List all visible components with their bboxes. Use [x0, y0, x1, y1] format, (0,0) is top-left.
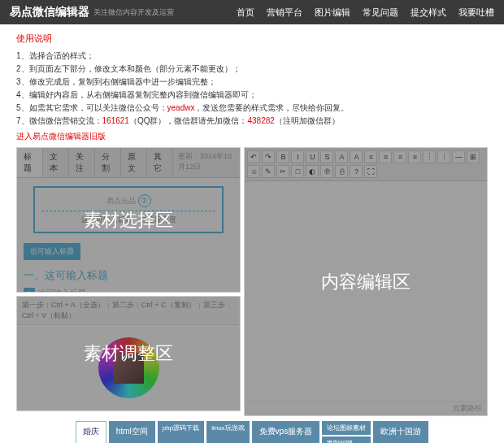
toolbar-button[interactable]: ?: [350, 165, 363, 178]
section-title: 使用说明: [16, 33, 488, 45]
blue-strip[interactable]: 也可输入标题: [24, 243, 80, 260]
content: 使用说明 1、选择合适的样式；2、到页面左下部分，修改文本和颜色（部分元素不能更…: [0, 24, 504, 443]
toolbar-button[interactable]: ≡: [379, 150, 392, 163]
sample-t1: 易点出品: [106, 197, 136, 205]
editor-footer: 元素路径: [245, 401, 487, 415]
editor-panel: ↶↷BIUSAA≡≡≡≡⋮⋮—⊞☺✎✂□◐℗⎙?⛶ 元素路径 内容编辑区: [244, 147, 488, 416]
toolbar-button[interactable]: ☺: [247, 165, 260, 178]
circle-icon: ①: [138, 194, 151, 207]
adjust-header: 第一步：Ctrl + A（全选）；第二步：Ctrl + C（复制）；第三步：Ct…: [17, 297, 240, 325]
nav-link[interactable]: 我要吐槽: [458, 7, 494, 19]
nav: 首页营销平台图片编辑常见问题提交样式我要吐槽: [237, 7, 494, 19]
header: 易点微信编辑器 关注微信内容开发及运营 首页营销平台图片编辑常见问题提交样式我要…: [0, 0, 504, 24]
tab[interactable]: 标题: [17, 148, 43, 177]
num-text: 这可输入标题: [37, 289, 86, 292]
toolbar-button[interactable]: S: [320, 150, 333, 163]
tab[interactable]: 文本: [43, 148, 69, 177]
ad-links: 婚庆html空间php源码下载linux玩游戏免费vps服务器论坛图标素材富阳招…: [16, 416, 488, 443]
toolbar-button[interactable]: ✎: [262, 165, 275, 178]
tab[interactable]: 分割: [95, 148, 121, 177]
blue-title[interactable]: 一、这可输入标题: [24, 268, 233, 283]
tab[interactable]: 关注: [69, 148, 95, 177]
num-icon: 1: [24, 288, 35, 292]
tab-info: 更新：2014年10月12日: [173, 148, 241, 177]
toolbar-button[interactable]: ✂: [276, 165, 289, 178]
sample-t2: 这里可输入标题，自适应宽度: [41, 211, 215, 225]
color-wheel-icon[interactable]: [98, 337, 159, 398]
tagline: 关注微信内容开发及运营: [93, 7, 174, 18]
numbered-title[interactable]: 1这可输入标题: [24, 288, 233, 292]
tabs: 标题文本关注分割原文其它更新：2014年10月12日: [17, 148, 240, 178]
toolbar-button[interactable]: B: [276, 150, 289, 163]
ad-link[interactable]: 论坛图标素材: [322, 421, 371, 435]
editor-body[interactable]: [245, 181, 487, 401]
logo: 易点微信编辑器: [10, 5, 89, 20]
toolbar-button[interactable]: I: [291, 150, 304, 163]
instructions: 1、选择合适的样式；2、到页面左下部分，修改文本和颜色（部分元素不能更改）；3、…: [16, 50, 488, 128]
toolbar: ↶↷BIUSAA≡≡≡≡⋮⋮—⊞☺✎✂□◐℗⎙?⛶: [245, 148, 487, 181]
sample-box[interactable]: 易点出品 ① 这里可输入标题，自适应宽度: [33, 186, 224, 233]
adjust-panel: 第一步：Ctrl + A（全选）；第二步：Ctrl + C（复制）；第三步：Ct…: [16, 296, 241, 411]
toolbar-button[interactable]: ⛶: [364, 165, 377, 178]
adjust-body[interactable]: [17, 325, 240, 410]
ad-link[interactable]: 欧洲十国游: [373, 421, 428, 443]
toolbar-button[interactable]: □: [291, 165, 304, 178]
nav-link[interactable]: 营销平台: [267, 7, 302, 19]
ad-link[interactable]: 富阳招聘: [322, 436, 371, 443]
nav-link[interactable]: 图片编辑: [315, 7, 350, 19]
instruction-item: 5、如需其它需求，可以关注微信公众号：yeadwx，发送您需要的样式需求，尽快给…: [16, 102, 488, 115]
toolbar-button[interactable]: ≡: [364, 150, 377, 163]
color-square[interactable]: [113, 353, 144, 384]
tab[interactable]: 原文: [121, 148, 147, 177]
red-note-link[interactable]: 进入易点微信编辑器旧版: [16, 131, 488, 142]
material-panel: 标题文本关注分割原文其它更新：2014年10月12日 易点出品 ① 这里可输入标…: [16, 147, 241, 293]
toolbar-button[interactable]: U: [306, 150, 319, 163]
toolbar-button[interactable]: ℗: [320, 165, 333, 178]
instruction-item: 4、编辑好内容后，从右侧编辑器复制完整内容到微信编辑器即可；: [16, 89, 488, 102]
toolbar-button[interactable]: ⎙: [335, 165, 348, 178]
toolbar-button[interactable]: ≡: [393, 150, 406, 163]
nav-link[interactable]: 首页: [237, 7, 254, 19]
toolbar-button[interactable]: ≡: [408, 150, 421, 163]
toolbar-button[interactable]: ↷: [262, 150, 275, 163]
tab[interactable]: 其它: [147, 148, 173, 177]
instruction-item: 2、到页面左下部分，修改文本和颜色（部分元素不能更改）；: [16, 63, 488, 76]
toolbar-button[interactable]: ⋮: [437, 150, 450, 163]
toolbar-button[interactable]: ↶: [247, 150, 260, 163]
instruction-item: 1、选择合适的样式；: [16, 50, 488, 63]
material-body[interactable]: 易点出品 ① 这里可输入标题，自适应宽度 也可输入标题 一、这可输入标题 1这可…: [17, 178, 240, 292]
ad-link[interactable]: 免费vps服务器: [252, 421, 320, 443]
ad-link[interactable]: linux玩游戏: [206, 421, 249, 443]
toolbar-button[interactable]: A: [335, 150, 348, 163]
toolbar-button[interactable]: ⊞: [467, 150, 480, 163]
toolbar-button[interactable]: ⋮: [423, 150, 436, 163]
instruction-item: 3、修改完成后，复制到右侧编辑器中进一步编辑完整；: [16, 76, 488, 89]
ad-link[interactable]: 婚庆: [76, 421, 106, 443]
toolbar-button[interactable]: —: [452, 150, 465, 163]
instruction-item: 7、微信微信营销交流：161621（QQ群），微信群请先加微信：438282（注…: [16, 115, 488, 128]
toolbar-button[interactable]: ◐: [306, 165, 319, 178]
nav-link[interactable]: 常见问题: [363, 7, 398, 19]
nav-link[interactable]: 提交样式: [411, 7, 446, 19]
ad-link[interactable]: php源码下载: [158, 421, 204, 443]
workspace: 标题文本关注分割原文其它更新：2014年10月12日 易点出品 ① 这里可输入标…: [16, 147, 488, 416]
toolbar-button[interactable]: A: [350, 150, 363, 163]
ad-link[interactable]: html空间: [109, 421, 155, 443]
